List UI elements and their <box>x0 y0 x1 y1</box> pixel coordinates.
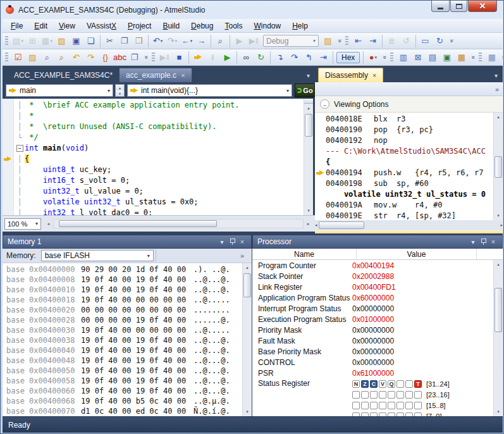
dropdown-arrow-icon[interactable]: ▾ <box>313 38 316 44</box>
scroll-left-icon[interactable]: ◂ <box>44 218 53 229</box>
toolbar-grip[interactable] <box>5 36 8 46</box>
status-bit-checkbox[interactable] <box>396 391 404 399</box>
start-debugging-icon[interactable]: ▶ <box>233 34 246 47</box>
splitter-handle[interactable] <box>304 99 313 104</box>
status-bit-checkbox[interactable] <box>370 402 378 409</box>
vassistx-enabled-icon[interactable]: ☑ <box>11 51 25 64</box>
comment-icon[interactable]: ≣ <box>385 34 398 47</box>
memory-panel-title-bar[interactable]: Memory 1 ▾ × <box>3 235 252 249</box>
close-tab-icon[interactable]: × <box>181 71 185 79</box>
memory-window-icon[interactable]: ▦ <box>455 51 468 64</box>
va-navigate-back-icon[interactable]: ↶ <box>70 51 83 64</box>
close-tab-icon[interactable]: × <box>372 71 376 79</box>
register-value[interactable]: 0x00400FD1 <box>352 283 396 292</box>
run-to-cursor-icon[interactable]: ⇥ <box>317 51 330 64</box>
redo-icon[interactable]: ↷▾ <box>166 34 179 47</box>
find-in-files-icon[interactable]: ▨ <box>321 34 335 47</box>
tab-acc-example-c[interactable]: acc_example.c× <box>119 68 192 82</box>
processor-panel-title-bar[interactable]: Processor ▾ × <box>252 235 503 249</box>
window-position-icon[interactable]: ▾ <box>469 239 477 245</box>
configuration-combo[interactable]: Debug▾ <box>263 35 319 47</box>
status-bit-checkbox[interactable] <box>396 402 404 409</box>
scroll-track[interactable] <box>304 113 313 206</box>
step-out-icon[interactable]: ↰ <box>302 51 316 64</box>
code-line[interactable]: └ */ <box>15 132 304 143</box>
disassembly-vertical-scrollbar[interactable]: ▴ ▾ <box>493 113 503 220</box>
scroll-thumb[interactable] <box>59 220 217 227</box>
tab-acc-example-sam3s4c-[interactable]: ACC_EXAMPLE_SAM3S4C* <box>8 68 119 82</box>
indent-increase-icon[interactable]: ⇥ <box>366 34 379 47</box>
scroll-track[interactable] <box>494 269 503 407</box>
menu-build[interactable]: Build <box>157 20 185 32</box>
menu-edit[interactable]: Edit <box>28 20 53 32</box>
dropdown-arrow-icon[interactable]: ▾ <box>147 253 150 259</box>
status-bit-checkbox[interactable] <box>405 402 413 409</box>
window-position-icon[interactable]: ▾ <box>218 239 226 245</box>
toolbar-overflow-icon[interactable]: » <box>470 54 477 61</box>
scroll-down-icon[interactable]: ▾ <box>494 211 503 220</box>
memory-content[interactable]: base 0x0040000090 29 00 20 1d 0f 40 00.)… <box>3 263 252 416</box>
pause-icon[interactable]: ‖ <box>206 51 219 64</box>
close-button[interactable]: ✕ <box>468 1 497 12</box>
save-icon[interactable]: ▣ <box>70 34 83 47</box>
memory-segment-combo[interactable]: base IFLASH ▾ <box>41 250 154 261</box>
document-list-dropdown-icon[interactable]: ▾ <box>307 72 310 79</box>
paste-icon[interactable]: ❒ <box>132 34 145 47</box>
menu-view[interactable]: View <box>53 20 81 32</box>
code-line[interactable]: │ * <box>15 111 304 121</box>
scroll-up-icon[interactable]: ▴ <box>304 104 313 113</box>
breakpoint-icon[interactable]: ●▾ <box>366 51 379 64</box>
code-line[interactable]: │ volatile uint32_t ul_status = 0x0; <box>15 197 304 208</box>
new-project-icon[interactable]: ▦▾ <box>40 34 54 47</box>
scroll-track[interactable] <box>317 221 501 230</box>
status-bit-checkbox[interactable] <box>414 402 422 409</box>
add-item-icon[interactable]: ⊞ <box>26 34 39 47</box>
status-bit-checkbox[interactable] <box>352 402 360 409</box>
code-line[interactable]: │ uint32_t ul_value = 0; <box>15 186 304 197</box>
status-bit-checkbox[interactable]: T <box>414 380 422 388</box>
list-methods-icon[interactable]: {} <box>99 51 112 64</box>
menu-window[interactable]: Window <box>248 20 286 32</box>
register-value[interactable]: 0x00000000 <box>352 337 394 345</box>
status-bit-checkbox[interactable] <box>405 380 413 388</box>
scroll-down-icon[interactable]: ▾ <box>243 407 252 416</box>
status-bit-checkbox[interactable] <box>405 391 413 399</box>
toolbar-overflow-icon[interactable]: » <box>495 85 503 93</box>
disassembly-content[interactable]: 0040018Eblx r300400190pop {r3, pc}004001… <box>315 113 503 220</box>
dropdown-arrow-icon[interactable]: ▾ <box>286 88 289 94</box>
scroll-thumb[interactable] <box>319 221 364 229</box>
copy-icon[interactable]: ❐ <box>118 34 131 47</box>
find-symbol-icon[interactable]: ⌕ <box>40 51 54 64</box>
spin-up-icon[interactable]: ▲ <box>116 85 124 90</box>
scroll-up-icon[interactable]: ▴ <box>243 263 252 272</box>
code-line[interactable]: −int main(void) <box>15 143 304 154</box>
scroll-thumb[interactable] <box>495 288 502 332</box>
scroll-track[interactable] <box>243 272 252 407</box>
scroll-track[interactable] <box>53 219 304 228</box>
toolbar-overflow-icon[interactable]: » <box>381 54 388 61</box>
save-all-icon[interactable]: ❏ <box>84 34 97 47</box>
menu-debug[interactable]: Debug <box>185 20 219 32</box>
editor-horizontal-scrollbar[interactable]: ◂ ▸ <box>44 218 313 229</box>
toolbar-overflow-icon[interactable]: » <box>240 252 248 259</box>
status-bit-checkbox[interactable] <box>396 380 404 388</box>
disassembly-horizontal-scrollbar[interactable]: ◂ ▸ <box>315 220 503 230</box>
register-value[interactable]: 0x60000000 <box>352 294 394 302</box>
register-value[interactable]: 0x00000000 <box>352 326 394 335</box>
locals-window-icon[interactable]: ▤ <box>426 51 439 64</box>
toolbar-overflow-icon[interactable]: » <box>500 54 503 61</box>
word-wrap-icon[interactable]: ↻ <box>433 34 446 47</box>
undo-icon[interactable]: ↶▾ <box>151 34 164 47</box>
scroll-up-icon[interactable]: ▴ <box>494 260 503 269</box>
register-value[interactable]: 0x00000000 <box>352 347 394 356</box>
watch-window-icon[interactable]: ▥ <box>396 51 410 64</box>
register-value[interactable]: 0x00000000 <box>352 304 394 313</box>
status-bit-checkbox[interactable] <box>361 391 369 399</box>
code-line[interactable]: │ int16_t s_volt = 0; <box>15 175 304 186</box>
status-bit-checkbox[interactable]: Z <box>361 380 369 388</box>
toolbar-grip[interactable] <box>5 53 8 63</box>
status-bit-checkbox[interactable] <box>388 391 395 399</box>
status-bit-checkbox[interactable]: N <box>352 380 360 388</box>
open-file-icon[interactable]: ▨ <box>55 34 68 47</box>
menu-help[interactable]: Help <box>286 20 314 32</box>
